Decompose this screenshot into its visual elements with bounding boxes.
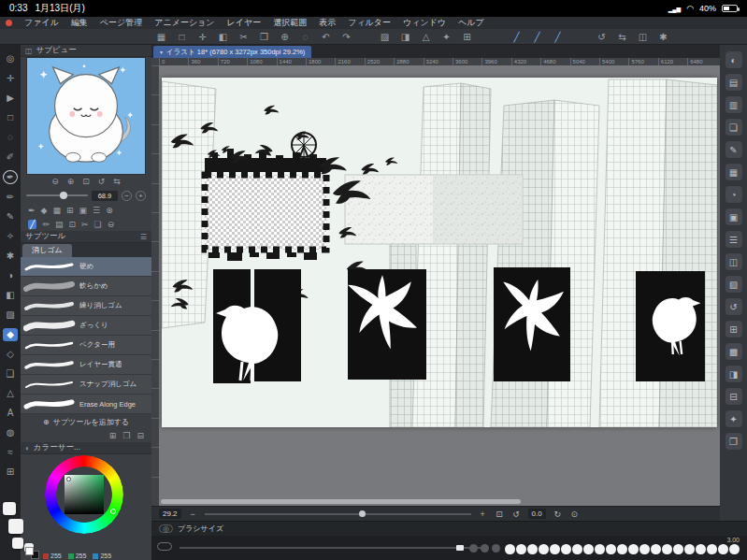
timeline-frame-dot[interactable] bbox=[628, 544, 639, 554]
menu-item[interactable]: 編集 bbox=[71, 17, 88, 29]
material-panel-icon[interactable]: ⊞ bbox=[725, 321, 742, 337]
timeline-frame-dot[interactable] bbox=[606, 544, 616, 554]
eraser-tool[interactable]: ◆ bbox=[3, 328, 18, 341]
tool-property-icon[interactable]: ✂ bbox=[81, 220, 89, 229]
figure-tool[interactable]: ◇ bbox=[3, 348, 18, 361]
size-preset-dot[interactable] bbox=[492, 544, 500, 553]
tool-property-icon[interactable]: ✏ bbox=[42, 220, 50, 229]
operation-tool[interactable]: ▶ bbox=[3, 92, 18, 105]
timeline-frame-dot[interactable] bbox=[639, 544, 650, 554]
text-tool[interactable]: A bbox=[3, 407, 18, 420]
auto-action-panel-icon[interactable]: ▩ bbox=[725, 343, 742, 360]
tool-property-panel-icon[interactable]: ▦ bbox=[725, 164, 742, 180]
menu-item[interactable]: フィルター bbox=[348, 17, 391, 29]
quick-access-panel-icon[interactable]: ✦ bbox=[725, 410, 742, 427]
frame-border-tool[interactable]: ❑ bbox=[3, 367, 18, 381]
fill-area-icon[interactable]: ▨ bbox=[379, 32, 391, 42]
vertical-ruler[interactable] bbox=[151, 65, 159, 506]
zoom-out-icon[interactable]: − bbox=[188, 510, 198, 519]
tool-property-icon[interactable]: ▣ bbox=[79, 206, 88, 215]
pencil-tool[interactable]: ✏ bbox=[3, 191, 18, 204]
color-wheel-panel-icon[interactable]: ◐ bbox=[725, 51, 742, 68]
grid-snap-icon[interactable]: ⊞ bbox=[461, 32, 473, 42]
tool-property-icon[interactable]: ▦ bbox=[52, 206, 61, 215]
fit-screen-icon[interactable]: ⊡ bbox=[82, 177, 90, 186]
size-preset-dot[interactable] bbox=[469, 544, 478, 553]
color-slider-panel-icon[interactable]: ▤ bbox=[725, 74, 742, 91]
document-tab[interactable]: ▾ イラスト 18* (6780 x 3272px 350dpi 29.2%) bbox=[153, 46, 311, 58]
canvas[interactable] bbox=[162, 78, 717, 427]
timeline-frame-dot[interactable] bbox=[572, 544, 582, 554]
subtool-tab-eraser[interactable]: 消しゴム bbox=[22, 244, 72, 257]
horizontal-scrollbar[interactable] bbox=[161, 499, 521, 504]
rotate-left-icon[interactable]: ↺ bbox=[511, 510, 522, 519]
blend-tool[interactable]: ◑ bbox=[3, 269, 18, 282]
subtool-item[interactable]: Erase Along Edge bbox=[21, 395, 151, 413]
eyedropper-tool[interactable]: ✐ bbox=[3, 151, 18, 164]
subtool-item[interactable]: レイヤー貫通 bbox=[21, 355, 151, 374]
pen-tool[interactable]: ✒ bbox=[3, 170, 18, 184]
simplify-line-icon[interactable]: ╱ bbox=[531, 32, 543, 42]
sv-marker[interactable] bbox=[66, 477, 71, 481]
reset-view-icon[interactable]: ⊙ bbox=[569, 510, 580, 519]
redo-icon[interactable]: ↷ bbox=[340, 32, 352, 42]
menu-item[interactable]: ヘルプ bbox=[458, 17, 484, 29]
tool-property-icon[interactable]: ⊖ bbox=[108, 220, 115, 229]
rotate-reset-icon[interactable]: ↺ bbox=[98, 177, 106, 186]
timeline-frame-dot[interactable] bbox=[595, 544, 605, 554]
timeline-frame-dot[interactable] bbox=[583, 544, 594, 554]
slider-toggle-icon[interactable] bbox=[157, 542, 172, 551]
timeline-frame-dot[interactable] bbox=[673, 544, 683, 554]
rotate-right-icon[interactable]: ↻ bbox=[553, 510, 563, 519]
menu-item[interactable]: ファイル bbox=[24, 17, 59, 29]
zoom-out-icon[interactable]: ⊖ bbox=[51, 177, 59, 186]
move-tool[interactable]: ✛ bbox=[3, 72, 18, 85]
delete-subtool-icon[interactable]: ⊟ bbox=[136, 431, 144, 440]
timeline-frame-dot[interactable] bbox=[505, 544, 515, 554]
color-set-panel-icon[interactable]: ▥ bbox=[725, 96, 742, 113]
undo-icon[interactable]: ↶ bbox=[320, 32, 332, 42]
zoom-tool[interactable]: ◎ bbox=[3, 52, 18, 65]
size-preset-dot[interactable] bbox=[481, 544, 489, 553]
timeline-frame-dot[interactable] bbox=[617, 544, 627, 554]
size-slider[interactable] bbox=[180, 547, 488, 549]
hue-marker[interactable] bbox=[110, 509, 116, 514]
workspace[interactable] bbox=[159, 65, 720, 506]
workspace-layout-icon[interactable]: ◫ bbox=[637, 32, 649, 42]
export-panel-icon[interactable]: ❐ bbox=[725, 433, 742, 450]
add-subtool-button[interactable]: ⊕ サブツールを追加する bbox=[21, 414, 151, 429]
transform-icon[interactable]: ◧ bbox=[217, 32, 229, 42]
timeline-frame-dot[interactable] bbox=[651, 544, 661, 554]
information-panel-icon[interactable]: ⊟ bbox=[725, 388, 742, 405]
marquee-select-icon[interactable]: □ bbox=[176, 32, 188, 42]
brush-tool[interactable]: ✎ bbox=[3, 210, 18, 223]
special-ruler-snap-icon[interactable]: ✦ bbox=[440, 32, 453, 42]
subview-panel-icon[interactable]: ▧ bbox=[725, 276, 742, 293]
flip-horizontal-icon[interactable]: ⇆ bbox=[113, 177, 121, 186]
menu-item[interactable]: 選択範囲 bbox=[273, 17, 307, 29]
quick-access-button[interactable] bbox=[8, 519, 23, 534]
new-subtool-icon[interactable]: ⊞ bbox=[109, 431, 117, 440]
tool-property-icon[interactable]: ⊡ bbox=[68, 220, 76, 229]
subtool-item[interactable]: 硬め bbox=[21, 257, 151, 276]
subview-image[interactable] bbox=[26, 57, 146, 175]
subtool-item[interactable]: 軟らかめ bbox=[21, 277, 151, 295]
timeline-frame-dot[interactable] bbox=[561, 544, 571, 554]
copy-icon[interactable]: ❐ bbox=[258, 32, 270, 42]
timeline-frame-dot[interactable] bbox=[539, 544, 549, 554]
balloon-tool[interactable]: ◍ bbox=[3, 426, 18, 439]
tool-property-icon[interactable]: ╱ bbox=[28, 220, 36, 229]
tool-panel-icon[interactable]: ❏ bbox=[725, 119, 742, 136]
timeline-frame-dot[interactable] bbox=[718, 544, 728, 554]
tool-property-icon[interactable]: ⊗ bbox=[106, 206, 113, 215]
subtool-panel-icon[interactable]: ✎ bbox=[725, 141, 742, 158]
selection-tool[interactable]: □ bbox=[3, 111, 18, 124]
app-menu-icon[interactable] bbox=[6, 20, 12, 26]
size-slider-handle[interactable] bbox=[456, 545, 464, 551]
airbrush-tool[interactable]: ✧ bbox=[3, 230, 18, 243]
zoom-slider-handle[interactable] bbox=[359, 510, 366, 517]
move-icon[interactable]: ✛ bbox=[196, 32, 208, 42]
material-tool[interactable]: ⊞ bbox=[3, 466, 18, 479]
zoom-value[interactable]: 29.2 bbox=[159, 509, 181, 519]
flip-view-icon[interactable]: ⇆ bbox=[616, 32, 628, 42]
